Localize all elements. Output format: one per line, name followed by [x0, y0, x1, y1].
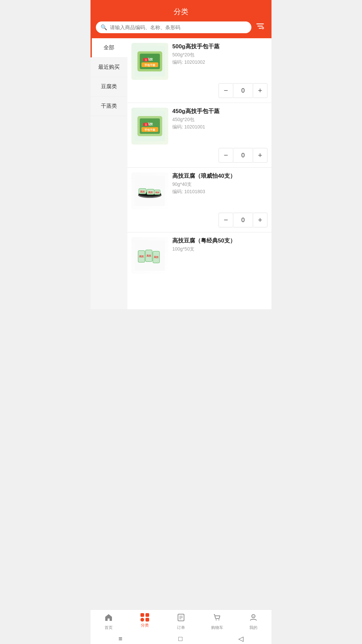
svg-rect-1 [257, 26, 263, 27]
qty-row: − 0 + [131, 213, 267, 227]
qty-plus-button[interactable]: + [253, 83, 267, 98]
qty-value: 0 [233, 148, 253, 163]
search-icon: 🔍 [101, 24, 107, 31]
page-title: 分类 [96, 7, 266, 17]
svg-text:高技: 高技 [148, 191, 153, 194]
qty-minus-button[interactable]: − [219, 213, 233, 227]
sidebar-item-tofu[interactable]: 豆腐类 [90, 77, 127, 97]
product-image: 高技 手包干蒸 宝 [131, 108, 168, 145]
header: 分类 🔍 [90, 0, 272, 38]
product-item: 高技 手包干蒸 宝 450g高技手包干蒸 450g*20包 编码: 102010… [127, 103, 272, 168]
svg-text:手包干蒸: 手包干蒸 [144, 128, 156, 131]
product-item: 高技 高技 高技 高技豆腐（琅威怡40支） 90g*40支 编码: 101018… [127, 168, 272, 232]
product-name: 高技豆腐（粤经典50支） [172, 237, 267, 245]
qty-row: − 0 + [131, 148, 267, 163]
product-code: 编码: 10101803 [172, 189, 267, 195]
svg-rect-2 [259, 28, 261, 29]
svg-text:手包干蒸: 手包干蒸 [144, 63, 156, 67]
qty-value: 0 [233, 83, 253, 98]
filter-icon [255, 21, 265, 31]
qty-minus-button[interactable]: − [219, 83, 233, 98]
product-name: 450g高技手包干蒸 [172, 108, 267, 115]
product-item: 高技 高技 高技 高技豆腐（粤经典50支） 100g*50支 [127, 232, 272, 282]
product-item: 高技 手包干蒸 宝 500g高技手包干蒸 500g*20包 编码: 102010… [127, 38, 272, 103]
svg-rect-0 [256, 23, 264, 24]
svg-text:宝: 宝 [145, 59, 147, 61]
product-list: 高技 手包干蒸 宝 500g高技手包干蒸 500g*20包 编码: 102010… [127, 38, 272, 309]
sidebar-item-dry-steam[interactable]: 干蒸类 [90, 97, 127, 116]
product-image: 高技 高技 高技 [131, 237, 168, 274]
qty-value: 0 [233, 213, 253, 227]
svg-text:高技: 高技 [139, 255, 144, 258]
sidebar: 全部 最近购买 豆腐类 干蒸类 [90, 38, 127, 309]
product-spec: 90g*40支 [172, 181, 267, 187]
product-spec: 450g*20包 [172, 117, 267, 123]
svg-text:高技: 高技 [146, 254, 152, 257]
product-code: 编码: 10201002 [172, 59, 267, 65]
qty-plus-button[interactable]: + [253, 213, 267, 227]
product-image: 高技 高技 高技 [131, 172, 168, 209]
qty-plus-button[interactable]: + [253, 148, 267, 163]
search-input[interactable] [110, 24, 247, 30]
product-spec: 100g*50支 [172, 246, 267, 252]
product-image: 高技 手包干蒸 宝 [131, 43, 168, 80]
search-input-wrap[interactable]: 🔍 [96, 21, 251, 33]
svg-text:高技: 高技 [140, 190, 145, 193]
product-spec: 500g*20包 [172, 52, 267, 58]
qty-minus-button[interactable]: − [219, 148, 233, 163]
search-bar: 🔍 [96, 20, 266, 34]
filter-button[interactable] [254, 20, 266, 34]
svg-text:高技: 高技 [154, 256, 159, 258]
product-name: 高技豆腐（琅威怡40支） [172, 172, 267, 180]
svg-text:高技: 高技 [155, 191, 160, 194]
svg-text:宝: 宝 [145, 123, 147, 126]
body-layout: 全部 最近购买 豆腐类 干蒸类 [90, 38, 272, 309]
sidebar-item-recent[interactable]: 最近购买 [90, 58, 127, 77]
product-name: 500g高技手包干蒸 [172, 43, 267, 50]
sidebar-item-all[interactable]: 全部 [90, 38, 127, 58]
qty-row: − 0 + [131, 83, 267, 98]
product-code: 编码: 10201001 [172, 124, 267, 130]
